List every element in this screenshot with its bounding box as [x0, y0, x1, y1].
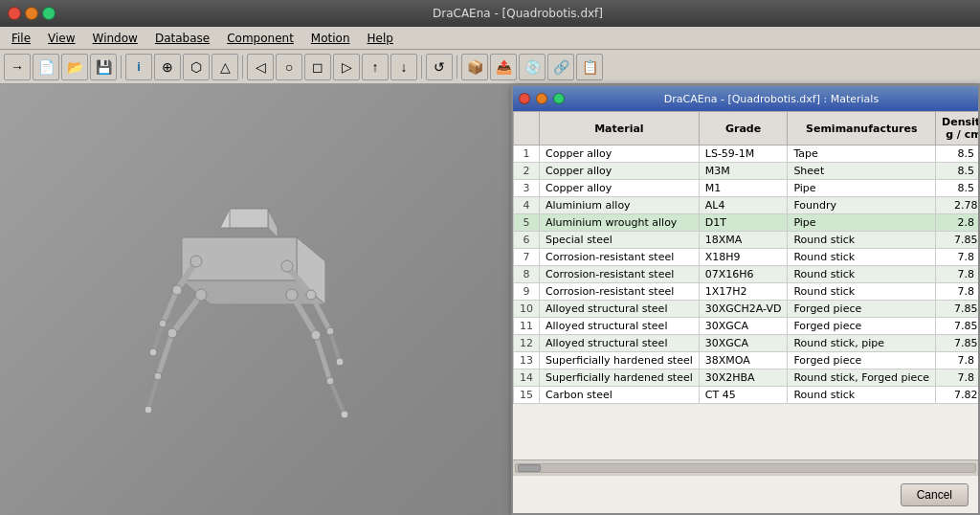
table-row[interactable]: 3Copper alloyM1Pipe8.510000: [514, 180, 979, 197]
table-row[interactable]: 10Alloyed structural steel30XGCH2A-VDFor…: [514, 301, 979, 318]
cell-semi: Foundry: [788, 197, 936, 214]
cell-semi: Pipe: [788, 180, 936, 197]
cell-material: Superficially hardened steel: [540, 369, 700, 387]
cancel-button[interactable]: Cancel: [901, 483, 969, 506]
toolbar-btn-arrow[interactable]: →: [4, 54, 31, 80]
toolbar-btn-clipboard[interactable]: 📋: [576, 54, 603, 80]
svg-line-27: [330, 381, 345, 414]
toolbar-btn-disc[interactable]: 💿: [519, 54, 546, 80]
toolbar-btn-save[interactable]: 💾: [90, 54, 117, 80]
table-row[interactable]: 4Aluminium alloyAL4Foundry2.787000: [514, 197, 979, 214]
toolbar-btn-square[interactable]: ◻: [304, 54, 331, 80]
menu-bar: File View Window Database Component Moti…: [0, 27, 980, 50]
svg-point-17: [326, 327, 334, 335]
cell-semi: Sheet: [788, 163, 936, 180]
menu-component[interactable]: Component: [219, 30, 301, 47]
close-button[interactable]: [8, 7, 21, 20]
scroll-track: [515, 463, 976, 473]
cell-semi: Forged piece: [788, 318, 936, 335]
table-row[interactable]: 9Corrosion-resistant steel1X17H2Round st…: [514, 283, 979, 301]
table-row[interactable]: 13Superficially hardened steel38XMOAForg…: [514, 352, 979, 369]
menu-file[interactable]: File: [4, 30, 38, 47]
cell-num: 1: [514, 146, 540, 163]
scroll-thumb[interactable]: [518, 464, 541, 472]
cell-num: 5: [514, 214, 540, 232]
cell-num: 13: [514, 352, 540, 369]
toolbar-btn-triangle[interactable]: △: [212, 54, 238, 80]
toolbar-btn-link[interactable]: 🔗: [547, 54, 574, 80]
svg-marker-5: [268, 209, 278, 237]
cell-grade: 30XGCH2A-VD: [699, 301, 788, 318]
table-row[interactable]: 5Aluminium wrought alloyD1TPipe2.87200: [514, 214, 979, 232]
table-header-row: Material Grade Semimanufactures Density,…: [514, 112, 979, 146]
window-controls: [8, 7, 56, 20]
dialog-minimize-button[interactable]: [536, 93, 547, 104]
cell-grade: 30X2HBA: [699, 369, 788, 387]
dialog-title-bar: DraCAEna - [Quadrobotis.dxf] : Materials: [513, 86, 978, 111]
toolbar-btn-export[interactable]: 📤: [490, 54, 517, 80]
maximize-button[interactable]: [42, 7, 56, 20]
toolbar-btn-box[interactable]: 📦: [461, 54, 488, 80]
menu-view[interactable]: View: [40, 30, 82, 47]
toolbar-btn-right[interactable]: ▷: [333, 54, 360, 80]
toolbar-btn-up[interactable]: ↑: [362, 54, 389, 80]
title-bar: DraCAEna - [Quadrobotis.dxf]: [0, 0, 980, 27]
toolbar-btn-crosshair[interactable]: ⊕: [154, 54, 181, 80]
cell-grade: CT 45: [699, 387, 788, 404]
cell-density: 7.8: [936, 283, 978, 301]
col-header-material: Material: [540, 112, 700, 146]
table-row[interactable]: 6Special steel18XMARound stick7.8520000: [514, 232, 979, 249]
table-row[interactable]: 1Copper alloyLS-59-1MTape8.510000: [514, 146, 979, 163]
materials-table: Material Grade Semimanufactures Density,…: [513, 111, 978, 404]
cell-num: 3: [514, 180, 540, 197]
toolbar-btn-open[interactable]: 📂: [61, 54, 88, 80]
dialog-maximize-button[interactable]: [553, 93, 565, 104]
materials-table-wrapper[interactable]: Material Grade Semimanufactures Density,…: [513, 111, 978, 459]
toolbar-btn-undo[interactable]: ↺: [426, 54, 453, 80]
toolbar-btn-left[interactable]: ◁: [247, 54, 274, 80]
svg-point-31: [190, 256, 202, 267]
svg-point-24: [145, 406, 152, 414]
dialog-close-button[interactable]: [519, 93, 530, 104]
dialog-horizontal-scrollbar[interactable]: [513, 459, 978, 475]
cell-density: 7.8: [936, 352, 978, 369]
svg-marker-6: [230, 209, 268, 228]
cell-grade: 1X17H2: [699, 283, 788, 301]
cell-semi: Round stick: [788, 266, 936, 283]
toolbar-separator-1: [121, 56, 122, 78]
cell-grade: 30XGCA: [699, 335, 788, 352]
menu-window[interactable]: Window: [85, 30, 145, 47]
toolbar-btn-hex[interactable]: ⬡: [183, 54, 210, 80]
toolbar-separator-3: [421, 56, 422, 78]
toolbar-btn-circle[interactable]: ○: [276, 54, 302, 80]
svg-line-19: [172, 295, 201, 333]
cell-num: 6: [514, 232, 540, 249]
toolbar-btn-info[interactable]: i: [125, 54, 152, 80]
table-row[interactable]: 14Superficially hardened steel30X2HBARou…: [514, 369, 979, 387]
menu-help[interactable]: Help: [360, 30, 401, 47]
cell-density: 7.85: [936, 335, 978, 352]
col-header-density: Density,g / cm³: [936, 112, 978, 146]
cell-density: 2.78: [936, 197, 978, 214]
cell-semi: Round stick, Forged piece: [788, 369, 936, 387]
table-row[interactable]: 15Carbon steelCT 45Round stick7.8220000: [514, 387, 979, 404]
cell-density: 7.82: [936, 387, 978, 404]
cell-num: 4: [514, 197, 540, 214]
table-row[interactable]: 11Alloyed structural steel30XGCAForged p…: [514, 318, 979, 335]
toolbar-btn-down[interactable]: ↓: [390, 54, 417, 80]
menu-motion[interactable]: Motion: [303, 30, 358, 47]
svg-point-28: [311, 330, 321, 340]
minimize-button[interactable]: [25, 7, 38, 20]
table-row[interactable]: 8Corrosion-resistant steel07X16H6Round s…: [514, 266, 979, 283]
table-row[interactable]: 7Corrosion-resistant steelX18H9Round sti…: [514, 249, 979, 266]
svg-point-22: [167, 328, 177, 338]
table-row[interactable]: 12Alloyed structural steel30XGCARound st…: [514, 335, 979, 352]
toolbar-btn-new[interactable]: 📄: [33, 54, 59, 80]
cell-density: 7.85: [936, 301, 978, 318]
cell-grade: 38XMOA: [699, 352, 788, 369]
cell-semi: Tape: [788, 146, 936, 163]
table-row[interactable]: 2Copper alloyM3MSheet8.510000: [514, 163, 979, 180]
svg-point-10: [172, 285, 182, 295]
menu-database[interactable]: Database: [147, 30, 217, 47]
cell-num: 9: [514, 283, 540, 301]
